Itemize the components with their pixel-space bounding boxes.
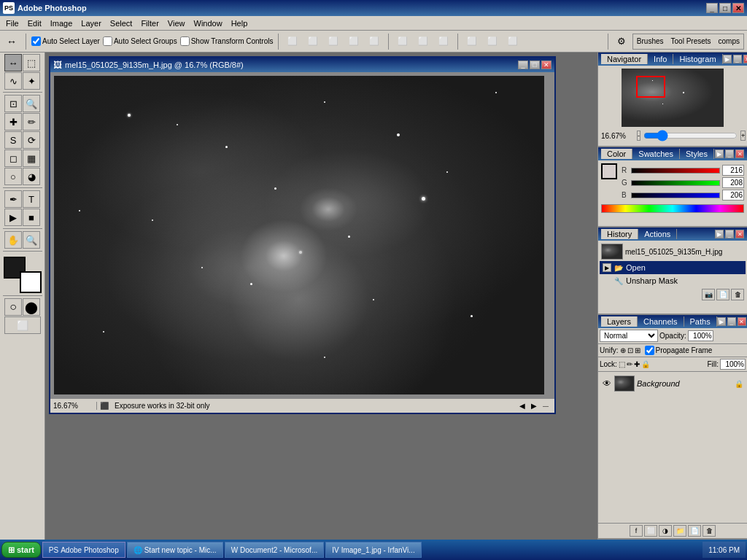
unify-position-btn[interactable]: ⊕ [620, 346, 626, 354]
layer-mask-btn[interactable]: ⬜ [644, 525, 657, 537]
tab-navigator[interactable]: Navigator [601, 54, 648, 64]
crop-tool[interactable]: ⊡ [4, 95, 22, 112]
menu-image[interactable]: Image [46, 16, 77, 31]
layer-delete-btn[interactable]: 🗑 [703, 525, 716, 537]
close-button[interactable]: ✕ [732, 3, 744, 13]
tab-paths[interactable]: Paths [684, 316, 717, 327]
tab-styles[interactable]: Styles [680, 149, 714, 159]
b-value-input[interactable]: 206 [722, 190, 744, 201]
taskbar-item-word[interactable]: W Document2 - Microsof... [225, 542, 325, 558]
lock-transparent-btn[interactable]: ⬚ [619, 360, 625, 368]
r-value-input[interactable]: 216 [722, 165, 744, 176]
align-btn3[interactable]: ⬜ [325, 34, 342, 48]
move-tool-btn[interactable]: ↔ [3, 34, 20, 50]
shape-tool[interactable]: ■ [23, 209, 40, 226]
history-item-unsharp[interactable]: 🔧 Unsharp Mask [600, 274, 746, 287]
brush-tool[interactable]: ✏ [23, 113, 40, 131]
lock-all-btn[interactable]: 🔒 [641, 360, 650, 368]
type-tool[interactable]: T [23, 190, 40, 208]
options-btn[interactable]: ⚙ [614, 34, 630, 49]
zoom-tool[interactable]: 🔍 [23, 231, 40, 249]
menu-help[interactable]: Help [227, 16, 252, 31]
layer-group-btn[interactable]: 📁 [673, 525, 686, 537]
history-minimize-btn[interactable]: _ [725, 230, 734, 238]
lasso-tool[interactable]: ∿ [4, 72, 22, 90]
align-btn1[interactable]: ⬜ [284, 34, 301, 48]
layers-blend-mode[interactable]: Normal Multiply Screen Overlay [600, 330, 658, 342]
start-button[interactable]: ⊞ start [1, 542, 41, 558]
tool-presets-tab[interactable]: Tool Presets [667, 35, 715, 47]
dodge-tool[interactable]: ○ [4, 168, 22, 185]
tab-color[interactable]: Color [601, 149, 632, 159]
dist-btn1[interactable]: ⬜ [394, 34, 411, 48]
move-tool[interactable]: ↔ [4, 54, 22, 71]
nav-options-btn[interactable]: ▶ [723, 55, 732, 63]
menu-view[interactable]: View [163, 16, 190, 31]
standard-mode[interactable]: ○ [4, 298, 22, 316]
menu-edit[interactable]: Edit [23, 16, 46, 31]
color-close-btn[interactable]: ✕ [735, 149, 744, 158]
layer-adjustment-btn[interactable]: ◑ [659, 525, 672, 537]
dist-btn2[interactable]: ⬜ [414, 34, 432, 48]
clone-tool[interactable]: S [4, 131, 22, 149]
eyedropper-tool[interactable]: 🔍 [23, 95, 40, 112]
nav-minimize-btn[interactable]: _ [733, 55, 742, 63]
align-btn4[interactable]: ⬜ [345, 34, 363, 48]
layer-new-btn[interactable]: 📄 [688, 525, 701, 537]
auto-select-groups-checkbox[interactable]: Auto Select Groups [103, 36, 177, 46]
zoom-slider[interactable] [643, 130, 738, 141]
mask-mode[interactable]: ⬤ [23, 298, 40, 316]
history-close-btn[interactable]: ✕ [735, 230, 744, 238]
background-color[interactable] [20, 271, 42, 293]
menu-layer[interactable]: Layer [77, 16, 106, 31]
align-btn5[interactable]: ⬜ [365, 34, 383, 48]
color-minimize-btn[interactable]: _ [725, 149, 734, 158]
color-spectrum-bar[interactable] [601, 204, 744, 213]
propagate-frame-label[interactable]: Propagate Frame [645, 346, 713, 355]
burn-tool[interactable]: ◕ [23, 168, 40, 185]
layers-options-btn[interactable]: ▶ [717, 317, 726, 326]
maximize-button[interactable]: □ [719, 3, 731, 13]
auto-select-layer-checkbox[interactable]: Auto Select Layer [31, 36, 100, 46]
layers-minimize-btn[interactable]: _ [727, 317, 736, 326]
auto-select-groups-input[interactable] [103, 36, 112, 46]
tab-history[interactable]: History [601, 229, 638, 239]
g-value-input[interactable]: 208 [722, 177, 744, 188]
taskbar-item-irfanview[interactable]: IV Image_1.jpg - IrfanVi... [325, 542, 421, 558]
color-foreground-swatch[interactable] [601, 163, 617, 179]
pen-tool[interactable]: ✒ [4, 190, 22, 208]
comps-tab[interactable]: comps [715, 35, 743, 47]
menu-select[interactable]: Select [106, 16, 137, 31]
nav-close-btn[interactable]: ✕ [743, 55, 747, 63]
menu-file[interactable]: File [1, 16, 23, 31]
background-layer-row[interactable]: 👁 Background 🔒 [600, 373, 746, 394]
history-new-doc-btn[interactable]: 📄 [716, 289, 729, 300]
path-select-tool[interactable]: ▶ [4, 209, 22, 226]
taskbar-item-browser[interactable]: 🌐 Start new topic - Mic... [127, 542, 223, 558]
align-btn2[interactable]: ⬜ [304, 34, 322, 48]
color-options-btn[interactable]: ▶ [715, 149, 724, 158]
unify-style-btn[interactable]: ⊞ [635, 346, 640, 354]
layers-fill-input[interactable]: 100% [720, 359, 746, 370]
doc-close-btn[interactable]: ✕ [541, 61, 551, 69]
hand-tool[interactable]: ✋ [4, 231, 22, 249]
unify-face-btn[interactable]: ⊡ [627, 346, 633, 354]
doc-maximize-btn[interactable]: □ [530, 61, 540, 69]
lock-position-btn[interactable]: ✚ [634, 360, 640, 368]
tab-histogram[interactable]: Histogram [673, 54, 722, 64]
scroll-left[interactable]: ◀ [519, 402, 525, 410]
history-brush-tool[interactable]: ⟳ [23, 131, 40, 149]
layers-opacity-input[interactable]: 100% [688, 330, 713, 341]
layers-close-btn[interactable]: ✕ [738, 317, 746, 326]
layer-visibility-toggle[interactable]: 👁 [602, 378, 612, 389]
zoom-out-btn[interactable]: - [637, 131, 640, 141]
tab-info[interactable]: Info [648, 54, 673, 64]
show-transform-checkbox[interactable]: Show Transform Controls [180, 36, 274, 46]
eraser-tool[interactable]: ◻ [4, 149, 22, 167]
history-delete-btn[interactable]: 🗑 [731, 289, 744, 300]
propagate-frame-checkbox[interactable] [645, 346, 654, 355]
scroll-right[interactable]: ▶ [531, 402, 537, 410]
tab-channels[interactable]: Channels [638, 316, 684, 327]
select-tool[interactable]: ⬚ [23, 54, 40, 71]
brushes-tab[interactable]: Brushes [633, 35, 667, 47]
